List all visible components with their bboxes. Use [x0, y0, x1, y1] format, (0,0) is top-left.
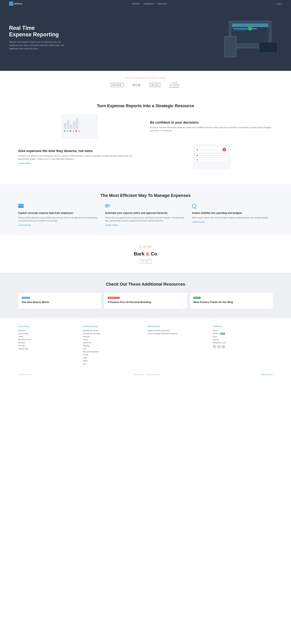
- mobile-analytics-link[interactable]: Mobile Analytics: [261, 374, 273, 376]
- solutions-card-issuing[interactable]: Card Issuing: [18, 332, 79, 335]
- logo-text: abacus: [14, 2, 23, 5]
- dot-red: [76, 130, 77, 132]
- facebook-icon[interactable]: f: [217, 345, 220, 348]
- progress-bar-1: [233, 28, 257, 29]
- int-oracle[interactable]: Oracle: [83, 354, 143, 356]
- int-quickbooks-online[interactable]: QuickBooks Online: [83, 330, 143, 332]
- approval-content: ⏰: [193, 145, 229, 164]
- feature2-learn-more[interactable]: LEARN MORE: [18, 162, 31, 164]
- copyright: © Abacus Labs, Inc.: [18, 374, 33, 376]
- efficiency-card-1: Capture accurate expense data from emplo…: [18, 204, 99, 226]
- chart-content: ✕ ✕ ✕: [62, 114, 98, 135]
- feature-visual-1: ✕ ✕ ✕: [18, 114, 141, 138]
- login-link[interactable]: Log In: [276, 2, 282, 5]
- resource-card-3[interactable]: READ More Finance Trends On Our Blog →: [190, 293, 273, 309]
- solutions-android[interactable]: Android App: [18, 348, 79, 350]
- privacy-link[interactable]: Privacy Statement: [146, 374, 160, 376]
- efficiency-cards: Capture accurate expense data from emplo…: [18, 204, 273, 226]
- efficiency-card3-link[interactable]: LEARN MORE: [192, 221, 205, 223]
- resource-card-2[interactable]: DOWNLOAD 5 Finance Pros On Personal Bran…: [104, 293, 187, 309]
- arrow-icon-3: →: [267, 303, 270, 306]
- company-email[interactable]: hi@abacus.com: [213, 342, 273, 344]
- bar-2: [67, 120, 69, 129]
- resource-card2-title: 5 Finance Pros On Personal Branding: [108, 301, 183, 304]
- list-icon: [105, 204, 111, 210]
- logos-row: BOXED GLG N≡SS OHIOCULINARYACADEMY: [9, 82, 282, 88]
- int-intacct[interactable]: Intacct: [83, 338, 143, 341]
- approval-card-1: ⏰: [195, 146, 228, 153]
- search-shape-icon: [192, 204, 196, 208]
- int-sage[interactable]: Sage: [83, 357, 143, 359]
- badge-read: READ: [194, 297, 200, 299]
- footer-solutions: SOLUTIONS Expense Card Issuing Travel Wh…: [18, 326, 79, 366]
- navbar: A abacus Solutions Integrations Resource…: [0, 0, 291, 7]
- solutions-expense[interactable]: Expense: [18, 330, 79, 332]
- bar-5: [76, 118, 79, 129]
- efficiency-card2-title: Automate your expense policy and approva…: [105, 212, 186, 215]
- solutions-title: SOLUTIONS: [18, 326, 79, 328]
- terms-link[interactable]: Terms of Use: [134, 374, 144, 376]
- list-shape-icon: [105, 204, 111, 208]
- int-slack[interactable]: Slack: [83, 360, 143, 362]
- int-rippling[interactable]: Rippling: [83, 345, 143, 347]
- hero-title: Real TimeExpense Reporting: [9, 25, 67, 38]
- efficiency-title: The Most Efficient Way To Manage Expense…: [18, 193, 273, 198]
- hero-description: Abacus is the easiest way for you to aut…: [9, 40, 67, 50]
- svg-text:A: A: [10, 3, 11, 4]
- efficiency-card1-link[interactable]: LEARN MORE: [18, 224, 31, 226]
- nav-solutions[interactable]: Solutions: [132, 2, 140, 5]
- badge-watch: WATCH: [22, 297, 30, 299]
- company-careers[interactable]: Careers NEW: [213, 332, 273, 335]
- solutions-security[interactable]: Security: [18, 342, 79, 344]
- res-expense-policy[interactable]: Expense Policy Automation: [148, 330, 208, 332]
- approval-card-2: [195, 154, 228, 157]
- int-salesforce[interactable]: Salesforce: [83, 342, 143, 344]
- social-icons: t f in: [213, 345, 273, 348]
- solutions-why-real-time[interactable]: Why Real Time?: [18, 338, 79, 341]
- feature-visual-2: ⏰: [150, 144, 273, 169]
- efficiency-card2-link[interactable]: LEARN MORE: [105, 224, 118, 226]
- efficiency-card-2: Automate your expense policy and approva…: [105, 204, 186, 226]
- int-netsuite[interactable]: Netsuite: [83, 336, 143, 338]
- nav-resources[interactable]: Resources: [158, 2, 167, 5]
- bar-1: [64, 123, 66, 129]
- nav-right: Log In: [276, 2, 282, 5]
- card-dot-2: [197, 155, 198, 156]
- logos-carousel: cruise Bark & Co N≡SS: [0, 235, 291, 273]
- feature2-text: Increase your efficiency by focusing you…: [18, 154, 141, 161]
- company-press[interactable]: Press: [213, 336, 273, 338]
- arrow-icon-2: →: [181, 303, 184, 306]
- logo[interactable]: A abacus: [9, 2, 23, 6]
- nav-links: Solutions Integrations Resources: [132, 2, 167, 5]
- solutions-travel[interactable]: Travel: [18, 336, 79, 338]
- efficiency-card-3: Instant visibility into spending and bud…: [192, 204, 273, 226]
- resources-footer-title: RESOURCES: [148, 326, 208, 328]
- hero-illustration: ✓: [218, 16, 282, 59]
- card-line-3: [199, 160, 226, 160]
- int-xero[interactable]: Xero: [83, 348, 143, 350]
- footer-bottom-links: Terms of Use Privacy Statement: [134, 374, 160, 376]
- company-about[interactable]: About: [213, 330, 273, 332]
- int-dynamics[interactable]: Microsoft Dynamics: [83, 351, 143, 353]
- list-line-2: [105, 206, 111, 206]
- chart-illustration: ✕ ✕ ✕: [61, 114, 98, 138]
- company-support[interactable]: Support: [213, 338, 273, 341]
- linkedin-icon[interactable]: in: [222, 345, 225, 348]
- res-employee-expenses[interactable]: How to Manage Employee Expenses: [148, 332, 208, 335]
- resource-card3-title: More Finance Trends On Our Blog: [194, 301, 269, 304]
- twitter-icon[interactable]: t: [213, 345, 216, 348]
- int-lyft[interactable]: Lyft: [83, 363, 143, 365]
- x-mark-1: ✕: [67, 130, 69, 133]
- int-quickbooks-desktop[interactable]: QuickBooks Desktop: [83, 332, 143, 335]
- footer-resources: RESOURCES Expense Policy Automation How …: [148, 326, 208, 366]
- approval-card-3: [195, 158, 228, 162]
- bar-4: [73, 122, 76, 129]
- efficiency-card2-text: Policy rules are applied before expenses…: [105, 216, 186, 222]
- solutions-ios[interactable]: iOS App: [18, 345, 79, 347]
- card-line-2: [199, 155, 226, 156]
- efficiency-section: The Most Efficient Way To Manage Expense…: [0, 184, 291, 235]
- bark-logo: Bark & Co: [134, 251, 157, 257]
- resource-card-1[interactable]: WATCH See How Abacus Works →: [18, 293, 101, 309]
- nav-integrations[interactable]: Integrations: [144, 2, 154, 5]
- hero-visual: ✓: [221, 18, 279, 57]
